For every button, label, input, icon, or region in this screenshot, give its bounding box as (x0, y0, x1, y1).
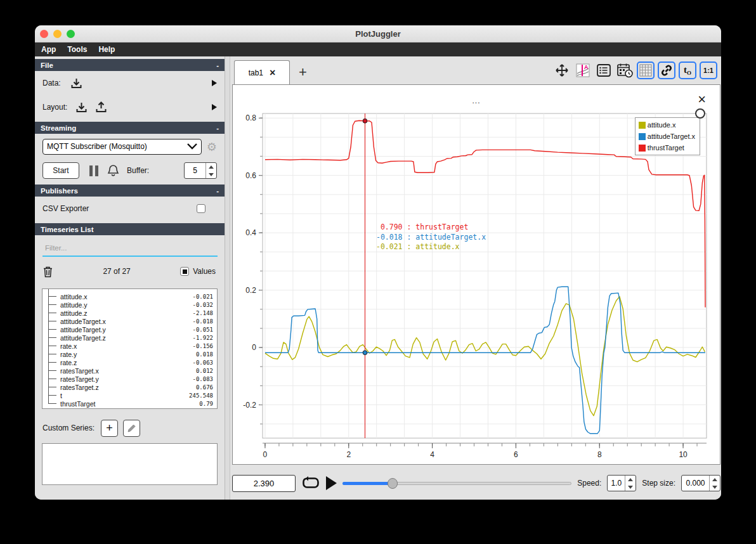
timeseries-item[interactable]: rate.y0.018 (42, 350, 217, 358)
svg-text:-0.018 : attitudeTarget.x: -0.018 : attitudeTarget.x (376, 233, 486, 242)
grid-layout-icon[interactable] (637, 62, 655, 79)
speed-label: Speed: (577, 479, 601, 488)
loop-icon[interactable] (301, 475, 320, 491)
legend-entry[interactable]: attitude.x (639, 121, 695, 129)
svg-text:-0.2: -0.2 (243, 401, 256, 410)
buffer-label: Buffer: (127, 166, 149, 175)
chevron-down-icon (187, 143, 197, 150)
values-label: Values (193, 267, 216, 276)
timeseries-item[interactable]: attitudeTarget.x-0.018 (42, 317, 217, 325)
timeseries-item[interactable]: t245.548 (42, 391, 217, 399)
svg-text:A: A (584, 64, 589, 70)
list-view-icon[interactable] (595, 62, 613, 79)
play-button[interactable] (326, 476, 337, 490)
timeseries-item[interactable]: attitudeTarget.y-0.051 (42, 325, 217, 334)
data-label: Data: (42, 79, 61, 87)
edit-custom-series-button[interactable] (123, 420, 140, 437)
timeseries-item[interactable]: ratesTarget.x0.012 (42, 366, 217, 375)
section-header-file[interactable]: File - (35, 59, 225, 71)
timeseries-item[interactable]: attitude.x-0.021 (42, 292, 217, 301)
timeseries-item[interactable]: ratesTarget.z0.676 (42, 383, 217, 391)
streaming-source-select[interactable]: MQTT Subscriber (Mosquitto) (42, 139, 202, 155)
current-time-field[interactable]: 2.390 (232, 475, 296, 492)
load-layout-icon[interactable] (75, 101, 88, 114)
collapse-icon[interactable]: - (216, 62, 219, 69)
svg-text:0: 0 (263, 450, 268, 459)
tab-close-icon[interactable]: × (270, 68, 275, 78)
timeseries-list[interactable]: attitude.x-0.021attitude.y-0.032attitude… (42, 288, 218, 409)
layout-expand-arrow[interactable] (212, 104, 217, 110)
layout-label: Layout: (42, 103, 67, 112)
playback-bar: 2.390 Speed: 1.0 St (232, 472, 720, 494)
buffer-up-button[interactable] (206, 163, 216, 171)
csv-exporter-checkbox[interactable] (197, 204, 205, 213)
speed-spinbox[interactable]: 1.0 (607, 475, 636, 491)
menu-app[interactable]: App (41, 45, 56, 54)
add-custom-series-button[interactable]: + (101, 420, 118, 437)
legend-toggle-knob[interactable] (695, 108, 705, 119)
speed-down-button[interactable] (625, 483, 635, 491)
section-header-streaming[interactable]: Streaming - (35, 122, 225, 134)
link-axes-icon[interactable] (658, 62, 675, 79)
tab-tab1[interactable]: tab1 × (234, 60, 290, 84)
legend-entry[interactable]: attitudeTarget.x (639, 133, 695, 140)
timeseries-item[interactable]: ratesTarget.y-0.083 (42, 375, 217, 383)
timeseries-item[interactable]: thrustTarget0.79 (42, 399, 217, 408)
collapse-icon[interactable]: - (216, 187, 219, 195)
move-tool-icon[interactable] (553, 62, 571, 79)
time-origin-icon[interactable]: tO (679, 62, 696, 79)
trash-icon[interactable] (42, 266, 53, 278)
svg-text:0.6: 0.6 (245, 171, 256, 180)
pause-icon[interactable] (89, 165, 98, 176)
streaming-source-row: MQTT Subscriber (Mosquitto) ⚙ (35, 134, 225, 159)
datetime-icon[interactable] (616, 62, 634, 79)
menu-help[interactable]: Help (98, 45, 115, 54)
svg-text:4: 4 (430, 450, 434, 459)
step-down-button[interactable] (710, 483, 720, 491)
legend-entry[interactable]: thrustTarget (639, 144, 695, 152)
data-row: Data: (35, 71, 225, 95)
custom-series-list[interactable] (42, 443, 218, 485)
timeseries-item[interactable]: attitudeTarget.z-1.922 (42, 334, 217, 342)
custom-series-label: Custom Series: (42, 424, 94, 432)
legend-swatch (639, 145, 646, 152)
step-size-label: Step size: (642, 479, 675, 488)
timeseries-item[interactable]: attitude.z-2.148 (42, 309, 217, 317)
timeseries-item[interactable]: rate.z-0.063 (42, 358, 217, 366)
bell-icon[interactable] (107, 164, 119, 177)
add-tab-button[interactable]: + (299, 64, 307, 81)
svg-text:0.4: 0.4 (245, 228, 256, 237)
buffer-spinbox[interactable]: 5 (184, 162, 217, 179)
menu-tools[interactable]: Tools (67, 45, 87, 54)
edit-curves-icon[interactable]: A (574, 62, 592, 79)
streaming-controls-row: Start Buffer: 5 (35, 159, 225, 182)
plot-widget[interactable]: ... × -0.200.20.40.60.80246810 0.790 : t… (232, 84, 720, 465)
list-tools-row: 27 of 27 Values (35, 261, 225, 282)
slider-handle[interactable] (388, 478, 398, 489)
timeseries-item[interactable]: rate.x-0.156 (42, 342, 217, 350)
values-checkbox[interactable] (180, 267, 189, 276)
time-slider[interactable] (342, 475, 571, 491)
step-up-button[interactable] (710, 476, 720, 483)
plot-legend[interactable]: attitude.xattitudeTarget.xthrustTarget (635, 117, 700, 155)
section-header-publishers[interactable]: Publishers - (35, 185, 225, 197)
main-area: tab1 × + A (230, 56, 721, 500)
csv-exporter-row: CSV Exporter (35, 197, 225, 221)
load-data-icon[interactable] (70, 77, 83, 90)
timeseries-item[interactable]: attitude.y-0.032 (42, 301, 217, 309)
data-expand-arrow[interactable] (212, 80, 217, 86)
panel-splitter[interactable] (225, 56, 230, 500)
collapse-icon[interactable]: - (216, 124, 219, 132)
filter-input[interactable] (42, 242, 218, 257)
save-layout-icon[interactable] (94, 101, 108, 114)
gear-icon[interactable]: ⚙ (207, 140, 217, 153)
section-header-timeseries[interactable]: Timeseries List (35, 223, 225, 235)
speed-up-button[interactable] (625, 476, 635, 483)
start-button[interactable]: Start (42, 162, 79, 179)
step-size-spinbox[interactable]: 0.000 (681, 475, 720, 491)
buffer-down-button[interactable] (206, 171, 216, 178)
app-window: PlotJuggler App Tools Help File - Data: … (35, 25, 721, 500)
svg-text:0: 0 (252, 343, 256, 352)
custom-series-row: Custom Series: + (35, 414, 225, 442)
ratio-one-to-one-icon[interactable]: 1:1 (700, 62, 717, 79)
